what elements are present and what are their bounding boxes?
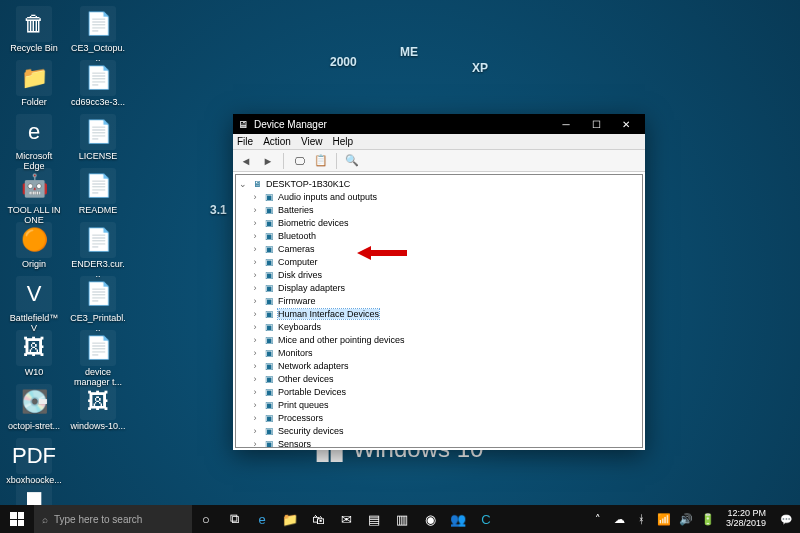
tree-category[interactable]: ›▣Security devices bbox=[236, 424, 642, 437]
tree-category[interactable]: ›▣Processors bbox=[236, 411, 642, 424]
desktop-icon[interactable]: 📄README bbox=[70, 168, 126, 216]
search-box[interactable]: ⌕ Type here to search bbox=[34, 505, 192, 533]
tree-category[interactable]: ›▣Portable Devices bbox=[236, 385, 642, 398]
taskbar-clock[interactable]: 12:20 PM 3/28/2019 bbox=[720, 509, 772, 529]
expand-icon[interactable]: › bbox=[250, 413, 260, 423]
desktop-icon[interactable]: 💽octopi-stret... bbox=[6, 384, 62, 432]
mail-icon[interactable]: ✉ bbox=[332, 505, 360, 533]
wifi-icon[interactable]: 📶 bbox=[654, 505, 674, 533]
forward-icon[interactable]: ► bbox=[259, 152, 277, 170]
expand-icon[interactable]: › bbox=[250, 439, 260, 449]
desktop-icon[interactable]: 🖼windows-10... bbox=[70, 384, 126, 432]
task-view-icon[interactable]: ⧉ bbox=[220, 505, 248, 533]
file-icon: 💽 bbox=[16, 384, 52, 420]
app-icon[interactable]: ▥ bbox=[388, 505, 416, 533]
tree-category[interactable]: ›▣Batteries bbox=[236, 203, 642, 216]
tree-category[interactable]: ›▣Network adapters bbox=[236, 359, 642, 372]
desktop-icon[interactable]: 📄CE3_Octopu... bbox=[70, 6, 126, 64]
desktop-icon[interactable]: eMicrosoft Edge bbox=[6, 114, 62, 172]
expand-icon[interactable]: › bbox=[250, 348, 260, 358]
desktop-icon[interactable]: 📄ENDER3.cur... bbox=[70, 222, 126, 280]
app-icon[interactable]: C bbox=[472, 505, 500, 533]
action-center-icon[interactable]: 💬 bbox=[774, 505, 798, 533]
desktop-icon[interactable]: 📄cd69cc3e-3... bbox=[70, 60, 126, 108]
expand-icon[interactable]: › bbox=[250, 257, 260, 267]
expand-icon[interactable]: › bbox=[250, 205, 260, 215]
tree-category[interactable]: ›▣Disk drives bbox=[236, 268, 642, 281]
expand-icon[interactable]: › bbox=[250, 374, 260, 384]
expand-icon[interactable]: › bbox=[250, 270, 260, 280]
expand-icon[interactable]: › bbox=[250, 400, 260, 410]
chrome-icon[interactable]: ◉ bbox=[416, 505, 444, 533]
search-placeholder: Type here to search bbox=[54, 514, 142, 525]
desktop-icon[interactable]: VBattlefield™ V bbox=[6, 276, 62, 334]
collapse-icon[interactable]: ⌄ bbox=[238, 179, 248, 189]
start-button[interactable] bbox=[0, 505, 34, 533]
back-icon[interactable]: ◄ bbox=[237, 152, 255, 170]
store-icon[interactable]: 🛍 bbox=[304, 505, 332, 533]
tree-category[interactable]: ›▣Keyboards bbox=[236, 320, 642, 333]
expand-icon[interactable]: › bbox=[250, 387, 260, 397]
properties-icon[interactable]: 📋 bbox=[312, 152, 330, 170]
tree-category[interactable]: ›▣Bluetooth bbox=[236, 229, 642, 242]
desktop-icon[interactable]: 🗑Recycle Bin bbox=[6, 6, 62, 54]
onedrive-icon[interactable]: ☁ bbox=[610, 505, 630, 533]
toolbar-separator bbox=[283, 153, 284, 169]
device-tree[interactable]: ⌄ 🖥 DESKTOP-1B30K1C ›▣Audio inputs and o… bbox=[235, 174, 643, 448]
tree-category[interactable]: ›▣Biometric devices bbox=[236, 216, 642, 229]
menu-help[interactable]: Help bbox=[332, 136, 353, 147]
edge-icon[interactable]: e bbox=[248, 505, 276, 533]
tree-category[interactable]: ›▣Other devices bbox=[236, 372, 642, 385]
desktop-icon[interactable]: 🤖TOOL ALL IN ONE bbox=[6, 168, 62, 226]
app-icon[interactable]: ▤ bbox=[360, 505, 388, 533]
expand-icon[interactable]: › bbox=[250, 322, 260, 332]
menu-file[interactable]: File bbox=[237, 136, 253, 147]
expand-icon[interactable]: › bbox=[250, 231, 260, 241]
close-button[interactable]: ✕ bbox=[611, 114, 641, 134]
tree-root[interactable]: ⌄ 🖥 DESKTOP-1B30K1C bbox=[236, 177, 642, 190]
cortana-icon[interactable]: ○ bbox=[192, 505, 220, 533]
expand-icon[interactable]: › bbox=[250, 361, 260, 371]
tree-category[interactable]: ›▣Monitors bbox=[236, 346, 642, 359]
tree-category[interactable]: ›▣Print queues bbox=[236, 398, 642, 411]
expand-icon[interactable]: › bbox=[250, 283, 260, 293]
tree-category[interactable]: ›▣Sensors bbox=[236, 437, 642, 448]
desktop-icon[interactable]: 🖼W10 bbox=[6, 330, 62, 378]
desktop-icon[interactable]: 📄CE3_Printabl... bbox=[70, 276, 126, 334]
tree-category[interactable]: ›▣Computer bbox=[236, 255, 642, 268]
expand-icon[interactable]: › bbox=[250, 218, 260, 228]
desktop-icon[interactable]: 📄device manager t... bbox=[70, 330, 126, 388]
clock-date: 3/28/2019 bbox=[726, 519, 766, 529]
titlebar[interactable]: 🖥 Device Manager ─ ☐ ✕ bbox=[233, 114, 645, 134]
tree-category[interactable]: ›▣Audio inputs and outputs bbox=[236, 190, 642, 203]
teams-icon[interactable]: 👥 bbox=[444, 505, 472, 533]
tree-category[interactable]: ›▣Firmware bbox=[236, 294, 642, 307]
file-explorer-icon[interactable]: 📁 bbox=[276, 505, 304, 533]
device-category-icon: ▣ bbox=[262, 282, 276, 294]
file-icon: 📁 bbox=[16, 60, 52, 96]
bluetooth-icon[interactable]: ᚼ bbox=[632, 505, 652, 533]
tree-category[interactable]: ›▣Cameras bbox=[236, 242, 642, 255]
maximize-button[interactable]: ☐ bbox=[581, 114, 611, 134]
battery-icon[interactable]: 🔋 bbox=[698, 505, 718, 533]
expand-icon[interactable]: › bbox=[250, 244, 260, 254]
desktop-icon[interactable]: 📄LICENSE bbox=[70, 114, 126, 162]
desktop-icon[interactable]: 📁Folder bbox=[6, 60, 62, 108]
expand-icon[interactable]: › bbox=[250, 309, 260, 319]
menu-action[interactable]: Action bbox=[263, 136, 291, 147]
desktop-icon[interactable]: PDFxboxhoocke... bbox=[6, 438, 62, 486]
tree-category[interactable]: ›▣Mice and other pointing devices bbox=[236, 333, 642, 346]
scan-hardware-icon[interactable]: 🔍 bbox=[343, 152, 361, 170]
desktop-icon[interactable]: 🟠Origin bbox=[6, 222, 62, 270]
show-hidden-icon[interactable]: 🖵 bbox=[290, 152, 308, 170]
menu-view[interactable]: View bbox=[301, 136, 323, 147]
tree-category[interactable]: ›▣Display adapters bbox=[236, 281, 642, 294]
expand-icon[interactable]: › bbox=[250, 335, 260, 345]
minimize-button[interactable]: ─ bbox=[551, 114, 581, 134]
expand-icon[interactable]: › bbox=[250, 296, 260, 306]
expand-icon[interactable]: › bbox=[250, 192, 260, 202]
expand-icon[interactable]: › bbox=[250, 426, 260, 436]
tree-category[interactable]: ›▣Human Interface Devices bbox=[236, 307, 642, 320]
volume-icon[interactable]: 🔊 bbox=[676, 505, 696, 533]
tray-overflow-icon[interactable]: ˄ bbox=[588, 505, 608, 533]
